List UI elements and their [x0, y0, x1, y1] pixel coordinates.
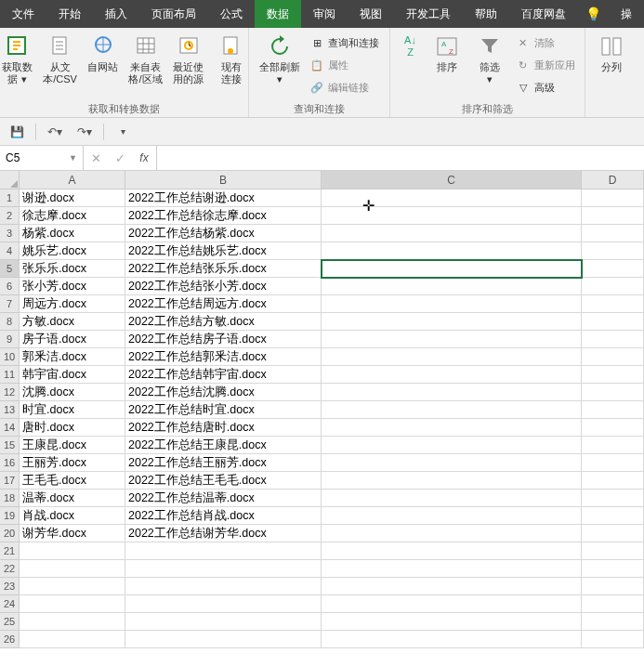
cell[interactable] [322, 348, 582, 366]
cell[interactable] [20, 613, 125, 631]
cell[interactable]: 杨紫.docx [20, 225, 125, 242]
cell[interactable] [20, 578, 125, 595]
menu-tab-插入[interactable]: 插入 [93, 0, 139, 28]
row-header[interactable]: 9 [0, 331, 20, 348]
menu-tab-开发工具[interactable]: 开发工具 [394, 0, 463, 28]
cell[interactable]: 2022工作总结房子语.docx [125, 331, 322, 348]
col-header-B[interactable]: B [125, 171, 322, 189]
cell[interactable]: 韩宇宙.docx [20, 366, 125, 384]
cell[interactable] [20, 631, 125, 648]
menu-tab-文件[interactable]: 文件 [0, 0, 46, 28]
row-header[interactable]: 16 [0, 454, 20, 472]
row-header[interactable]: 23 [0, 578, 20, 595]
customize-qat[interactable]: ▾ [112, 122, 134, 142]
menu-tab-帮助[interactable]: 帮助 [463, 0, 509, 28]
sort-az-button[interactable]: A↓Z [397, 30, 425, 61]
cell[interactable]: 2022工作总结王康昆.docx [125, 437, 322, 454]
row-header[interactable]: 25 [0, 613, 20, 631]
cell[interactable] [582, 189, 644, 207]
cell[interactable]: 房子语.docx [20, 331, 125, 348]
row-header[interactable]: 4 [0, 242, 20, 260]
cell[interactable] [582, 542, 644, 560]
cell[interactable] [582, 454, 644, 472]
cell[interactable]: 2022工作总结姚乐艺.docx [125, 242, 322, 260]
cell[interactable] [322, 525, 582, 542]
row-header[interactable]: 8 [0, 313, 20, 331]
cell[interactable]: 张乐乐.docx [20, 260, 125, 278]
cell[interactable] [582, 260, 644, 278]
cell[interactable] [125, 613, 322, 631]
row-header[interactable]: 15 [0, 437, 20, 454]
ribbon-item[interactable]: 获取数 据 ▾ [0, 30, 38, 85]
cell[interactable] [582, 313, 644, 331]
cell[interactable] [125, 542, 322, 560]
cell[interactable] [582, 207, 644, 225]
menu-tab-视图[interactable]: 视图 [348, 0, 394, 28]
cell[interactable] [322, 313, 582, 331]
cell[interactable] [125, 631, 322, 648]
cell[interactable]: 2022工作总结方敏.docx [125, 313, 322, 331]
refresh-all-button[interactable]: 全部刷新 ▾ [256, 30, 304, 85]
cell[interactable] [322, 225, 582, 242]
cell[interactable] [582, 472, 644, 490]
filter-button[interactable]: 筛选 ▾ [469, 30, 510, 85]
cell[interactable]: 唐时.docx [20, 419, 125, 437]
cell[interactable] [322, 419, 582, 437]
enter-button[interactable]: ✓ [108, 151, 132, 165]
cell[interactable]: 谢逊.docx [20, 189, 125, 207]
cell[interactable]: 2022工作总结谢芳华.docx [125, 525, 322, 542]
cell[interactable] [322, 437, 582, 454]
row-header[interactable]: 11 [0, 366, 20, 384]
cell[interactable]: 2022工作总结周远方.docx [125, 295, 322, 313]
text-to-columns-button[interactable]: 分列 [591, 30, 632, 73]
cell[interactable] [20, 542, 125, 560]
cell[interactable] [582, 225, 644, 242]
cell[interactable] [322, 366, 582, 384]
ribbon-item[interactable]: 来自表 格/区域 [125, 30, 166, 85]
cell[interactable] [125, 595, 322, 613]
cell[interactable]: 2022工作总结张小芳.docx [125, 278, 322, 295]
ribbon-item[interactable]: 最近使 用的源 [168, 30, 209, 85]
row-header[interactable]: 1 [0, 189, 20, 207]
cell[interactable] [582, 507, 644, 525]
cell[interactable] [582, 525, 644, 542]
cell[interactable] [582, 278, 644, 295]
cell[interactable]: 2022工作总结王丽芳.docx [125, 454, 322, 472]
cell[interactable] [322, 331, 582, 348]
save-button[interactable]: 💾 [6, 122, 28, 142]
cell[interactable] [322, 560, 582, 578]
cell[interactable] [322, 454, 582, 472]
col-header-C[interactable]: C [322, 171, 582, 189]
row-header[interactable]: 6 [0, 278, 20, 295]
cell[interactable] [322, 613, 582, 631]
cell[interactable]: 时宜.docx [20, 401, 125, 419]
fx-button[interactable]: fx [132, 151, 156, 164]
row-header[interactable]: 7 [0, 295, 20, 313]
cell[interactable]: 徐志摩.docx [20, 207, 125, 225]
cell[interactable] [20, 595, 125, 613]
cell[interactable]: 沈腾.docx [20, 384, 125, 401]
ribbon-item[interactable]: 自网站 [83, 30, 124, 73]
cell[interactable] [582, 331, 644, 348]
cell[interactable] [582, 560, 644, 578]
menu-tab-公式[interactable]: 公式 [208, 0, 255, 28]
cell[interactable]: 谢芳华.docx [20, 525, 125, 542]
ribbon-item[interactable]: 现有 连接 [211, 30, 252, 85]
col-header-A[interactable]: A [20, 171, 125, 189]
cancel-button[interactable]: ✕ [84, 151, 108, 165]
col-header-D[interactable]: D [582, 171, 644, 189]
cell[interactable] [582, 613, 644, 631]
cell[interactable]: 2022工作总结谢逊.docx [125, 189, 322, 207]
cell[interactable] [322, 401, 582, 419]
cell[interactable] [582, 242, 644, 260]
cell[interactable] [322, 207, 582, 225]
cell[interactable] [582, 366, 644, 384]
row-header[interactable]: 10 [0, 348, 20, 366]
cell[interactable]: 2022工作总结王毛毛.docx [125, 472, 322, 490]
cell[interactable] [582, 490, 644, 507]
cell[interactable] [322, 578, 582, 595]
cell[interactable]: 姚乐艺.docx [20, 242, 125, 260]
ribbon-subitem[interactable]: ⊞查询和连接 [309, 33, 379, 53]
cell[interactable] [582, 578, 644, 595]
menu-tab-页面布局[interactable]: 页面布局 [139, 0, 208, 28]
